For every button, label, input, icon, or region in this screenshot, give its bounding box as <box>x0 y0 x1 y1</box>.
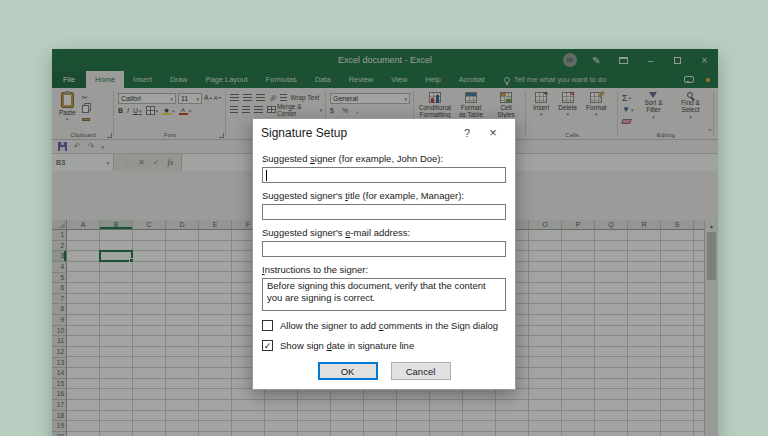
dialog-checkboxes: Allow the signer to add comments in the … <box>262 320 506 351</box>
instructions-textarea[interactable]: Before signing this document, verify tha… <box>262 278 506 311</box>
checkbox-row-0[interactable]: Allow the signer to add comments in the … <box>262 320 506 331</box>
cancel-button[interactable]: Cancel <box>391 362 451 380</box>
signer-title-input[interactable] <box>262 204 506 220</box>
signer-email-input[interactable] <box>262 241 506 257</box>
ok-button[interactable]: OK <box>318 362 378 380</box>
dialog-title: Signature Setup <box>261 126 455 140</box>
signature-setup-dialog: Signature Setup ? × Suggested signer (fo… <box>252 118 516 390</box>
signer-email-label: Suggested signer's e-mail address: <box>262 227 506 238</box>
signer-label: Suggested signer (for example, John Doe)… <box>262 153 506 164</box>
checkbox-unchecked-icon[interactable] <box>262 320 273 331</box>
signer-input[interactable] <box>262 167 506 183</box>
checkbox-checked-icon[interactable]: ✓ <box>262 340 273 351</box>
dialog-help-icon[interactable]: ? <box>455 127 479 139</box>
dialog-titlebar: Signature Setup ? × <box>253 119 515 146</box>
checkbox-label: Show sign date in signature line <box>280 340 414 351</box>
checkbox-row-1[interactable]: ✓Show sign date in signature line <box>262 340 506 351</box>
instructions-label: Instructions to the signer: <box>262 264 506 275</box>
checkbox-label: Allow the signer to add comments in the … <box>280 320 498 331</box>
signer-title-label: Suggested signer's title (for example, M… <box>262 190 506 201</box>
text-caret <box>266 170 267 181</box>
dialog-close-icon[interactable]: × <box>479 125 507 140</box>
